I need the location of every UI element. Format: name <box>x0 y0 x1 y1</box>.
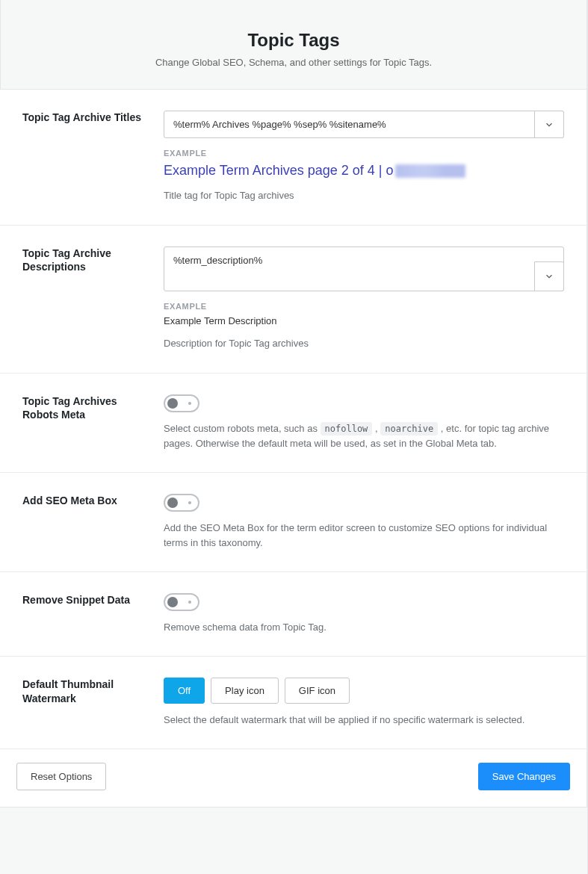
description-variables-dropdown[interactable] <box>534 261 564 291</box>
example-label: EXAMPLE <box>164 149 564 158</box>
description-helptext: Description for Topic Tag archives <box>164 336 564 351</box>
toggle-indicator <box>188 501 191 504</box>
label-archive-titles: Topic Tag Archive Titles <box>22 111 146 125</box>
toggle-indicator <box>188 402 191 405</box>
description-example-preview: Example Term Description <box>164 315 276 328</box>
add-metabox-toggle[interactable] <box>164 494 199 512</box>
robots-helptext: Select custom robots meta, such as nofol… <box>164 421 564 451</box>
watermark-option-play[interactable]: Play icon <box>211 678 279 704</box>
label-robots-meta: Topic Tag Archives Robots Meta <box>22 394 146 423</box>
redacted-sitename <box>395 164 465 178</box>
description-input-wrap: %term_description% <box>164 247 564 291</box>
chevron-down-icon <box>544 271 554 282</box>
metabox-helptext: Add the SEO Meta Box for the term editor… <box>164 521 564 551</box>
code-noarchive: noarchive <box>380 422 438 436</box>
section-add-metabox: Add SEO Meta Box Add the SEO Meta Box fo… <box>0 473 587 572</box>
example-label: EXAMPLE <box>164 302 564 311</box>
section-archive-descriptions: Topic Tag Archive Descriptions %term_des… <box>0 226 587 374</box>
label-remove-snippet: Remove Snippet Data <box>22 593 146 607</box>
footer-actions: Reset Options Save Changes <box>0 749 587 808</box>
section-watermark: Default Thumbnail Watermark Off Play ico… <box>0 657 587 749</box>
chevron-down-icon <box>544 120 554 130</box>
settings-page: Topic Tags Change Global SEO, Schema, an… <box>0 0 588 874</box>
toggle-knob <box>167 597 178 607</box>
section-remove-snippet: Remove Snippet Data Remove schema data f… <box>0 572 587 657</box>
snippet-helptext: Remove schema data from Topic Tag. <box>164 620 564 635</box>
label-watermark: Default Thumbnail Watermark <box>22 678 146 706</box>
reset-options-button[interactable]: Reset Options <box>16 763 106 790</box>
watermark-segmented: Off Play icon GIF icon <box>164 678 564 704</box>
archive-description-input[interactable]: %term_description% <box>164 247 564 291</box>
save-changes-button[interactable]: Save Changes <box>478 763 570 790</box>
toggle-indicator <box>188 601 191 604</box>
toggle-knob <box>167 498 178 508</box>
section-archive-titles: Topic Tag Archive Titles EXAMPLE Example… <box>0 90 587 226</box>
page-title: Topic Tags <box>16 30 572 51</box>
code-nofollow: nofollow <box>321 422 373 436</box>
section-robots-meta: Topic Tag Archives Robots Meta Select cu… <box>0 374 587 473</box>
settings-panel: Topic Tag Archive Titles EXAMPLE Example… <box>0 89 587 749</box>
archive-title-input[interactable] <box>164 111 564 138</box>
title-helptext: Title tag for Topic Tag archives <box>164 188 564 203</box>
robots-meta-toggle[interactable] <box>164 394 199 412</box>
label-add-metabox: Add SEO Meta Box <box>22 494 146 508</box>
watermark-helptext: Select the default watermark that will b… <box>164 713 564 728</box>
watermark-option-gif[interactable]: GIF icon <box>285 678 350 704</box>
title-example-preview: Example Term Archives page 2 of 4 | o <box>164 162 465 179</box>
remove-snippet-toggle[interactable] <box>164 593 199 611</box>
page-subtitle: Change Global SEO, Schema, and other set… <box>16 57 572 68</box>
page-header: Topic Tags Change Global SEO, Schema, an… <box>0 0 587 89</box>
watermark-option-off[interactable]: Off <box>164 678 205 704</box>
title-variables-dropdown[interactable] <box>534 111 564 138</box>
title-example-text: Example Term Archives page 2 of 4 | o <box>164 163 394 178</box>
robots-help-prefix: Select custom robots meta, such as <box>164 423 321 434</box>
title-input-wrap <box>164 111 564 138</box>
toggle-knob <box>167 398 178 409</box>
label-archive-descriptions: Topic Tag Archive Descriptions <box>22 247 146 275</box>
